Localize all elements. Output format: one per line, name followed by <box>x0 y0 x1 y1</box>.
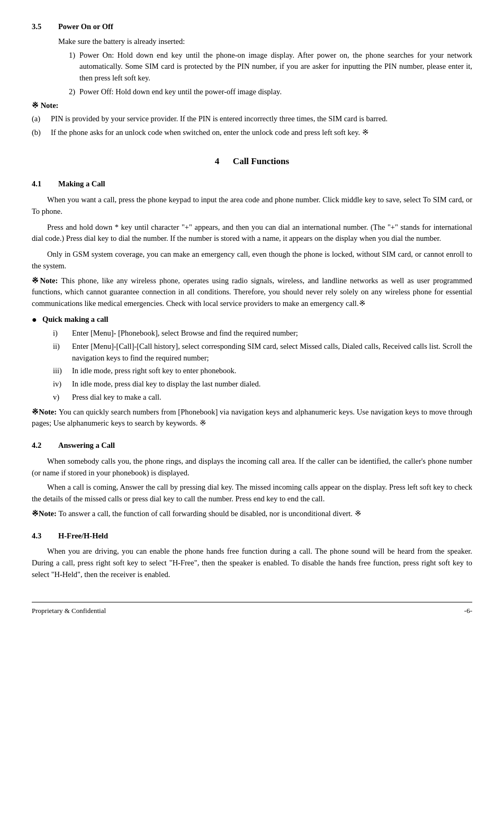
alpha-content-a: PIN is provided by your service provider… <box>51 113 472 125</box>
s41-para3-text: Only in GSM system coverage, you can mak… <box>32 250 472 270</box>
section-43: 4.3 H-Free/H-Held When you are driving, … <box>32 530 472 581</box>
section-41-header: 4.1 Making a Call <box>32 178 472 190</box>
note-label-35: ※ Note: <box>32 101 58 110</box>
s41-para1: When you want a call, press the phone ke… <box>32 194 472 218</box>
roman-label-i: i) <box>53 328 72 339</box>
s41-note-label: ※Note: <box>32 276 61 285</box>
s43-para: When you are driving, you can enable the… <box>32 546 472 580</box>
s41-para2-text: Press and hold down * key until characte… <box>32 223 472 243</box>
alpha-content-b: If the phone asks for an unlock code whe… <box>51 127 472 139</box>
section-43-title: H-Free/H-Held <box>58 530 108 542</box>
section-42-header: 4.2 Answering a Call <box>32 440 472 452</box>
section-35-title: Power On or Off <box>58 21 113 33</box>
note-item-a: (a) PIN is provided by your service prov… <box>32 113 472 125</box>
section-42-title: Answering a Call <box>58 440 115 452</box>
section-43-header: 4.3 H-Free/H-Held <box>32 530 472 542</box>
note-item-b: (b) If the phone asks for an unlock code… <box>32 127 472 139</box>
s42-note-label: ※Note: <box>32 509 58 518</box>
roman-content-ii: Enter [Menu]-[Call]-[Call history], sele… <box>72 341 472 364</box>
roman-label-iii: iii) <box>53 365 72 377</box>
s41-para3: Only in GSM system coverage, you can mak… <box>32 249 472 272</box>
section-35-num: 3.5 <box>32 21 58 33</box>
section-35: 3.5 Power On or Off Make sure the batter… <box>32 21 472 139</box>
chapter-4-num: 4 <box>215 156 220 166</box>
s41-note: ※Note: This phone, like any wireless pho… <box>32 275 472 310</box>
chapter-4-title: Call Functions <box>233 156 289 166</box>
roman-label-v: v) <box>53 392 72 403</box>
footer-left: Proprietary & Confidential <box>32 606 106 616</box>
alpha-label-a: (a) <box>32 113 51 125</box>
roman-content-iv: In idle mode, press dial key to display … <box>72 379 472 390</box>
s41-para2: Press and hold down * key until characte… <box>32 222 472 245</box>
list-item-1: 1) Power On: Hold down end key until the… <box>58 50 472 84</box>
roman-content-i: Enter [Menu]- [Phonebook], select Browse… <box>72 328 472 339</box>
bullet-label-quick: Quick making a call <box>42 314 108 326</box>
list-label-1: 1) <box>58 50 79 84</box>
roman-content-v: Press dial key to make a call. <box>72 392 472 403</box>
roman-label-ii: ii) <box>53 341 72 364</box>
s42-note-body: To answer a call, the function of call f… <box>58 509 361 518</box>
roman-content-iii: In idle mode, press right soft key to en… <box>72 365 472 377</box>
section-42: 4.2 Answering a Call When somebody calls… <box>32 440 472 520</box>
s41-note-text: ※Note: This phone, like any wireless pho… <box>32 276 472 308</box>
list-label-2: 2) <box>58 86 79 98</box>
s42-para1: When somebody calls you, the phone rings… <box>32 456 472 479</box>
list-content-1: Power On: Hold down end key until the ph… <box>79 50 472 84</box>
roman-label-iv: iv) <box>53 379 72 390</box>
roman-item-i: i) Enter [Menu]- [Phonebook], select Bro… <box>53 328 472 339</box>
section-42-num: 4.2 <box>32 440 58 452</box>
section-41-title: Making a Call <box>58 178 105 190</box>
s41-bottom-note-label: ※Note: <box>32 408 59 416</box>
list-content-2: Power Off: Hold down end key until the p… <box>79 86 472 98</box>
s41-bottom-note: ※Note: You can quickly search numbers fr… <box>32 407 472 430</box>
s41-note-body: This phone, like any wireless phone, ope… <box>32 276 472 308</box>
roman-item-iv: iv) In idle mode, press dial key to disp… <box>53 379 472 390</box>
footer: Proprietary & Confidential -6- <box>32 602 472 616</box>
alpha-label-b: (b) <box>32 127 51 139</box>
s41-bottom-note-body: You can quickly search numbers from [Pho… <box>32 408 472 428</box>
s41-para1-text: When you want a call, press the phone ke… <box>32 195 472 215</box>
roman-item-iii: iii) In idle mode, press right soft key … <box>53 365 472 377</box>
section-35-note-block: ※ Note: <box>32 100 472 112</box>
s42-para1-text: When somebody calls you, the phone rings… <box>32 457 472 477</box>
bullet-quick-call: ● Quick making a call i) Enter [Menu]- [… <box>32 314 472 403</box>
chapter-4-heading: 4 Call Functions <box>32 155 472 168</box>
section-41-num: 4.1 <box>32 178 58 190</box>
footer-right: -6- <box>464 606 472 616</box>
bullet-heading-quick: ● Quick making a call <box>32 314 472 326</box>
section-43-num: 4.3 <box>32 530 58 542</box>
roman-item-ii: ii) Enter [Menu]-[Call]-[Call history], … <box>53 341 472 364</box>
section-41: 4.1 Making a Call When you want a call, … <box>32 178 472 429</box>
roman-item-v: v) Press dial key to make a call. <box>53 392 472 403</box>
s42-note: ※Note: To answer a call, the function of… <box>32 508 472 520</box>
s42-para2: When a call is coming, Answer the call b… <box>32 482 472 505</box>
roman-list: i) Enter [Menu]- [Phonebook], select Bro… <box>53 328 472 403</box>
list-item-2: 2) Power Off: Hold down end key until th… <box>58 86 472 98</box>
s43-para-text: When you are driving, you can enable the… <box>32 547 472 579</box>
section-35-intro: Make sure the battery is already inserte… <box>58 36 472 48</box>
section-35-body: Make sure the battery is already inserte… <box>58 36 472 98</box>
bullet-dot-icon: ● <box>32 314 42 326</box>
s42-para2-text: When a call is coming, Answer the call b… <box>32 483 472 503</box>
